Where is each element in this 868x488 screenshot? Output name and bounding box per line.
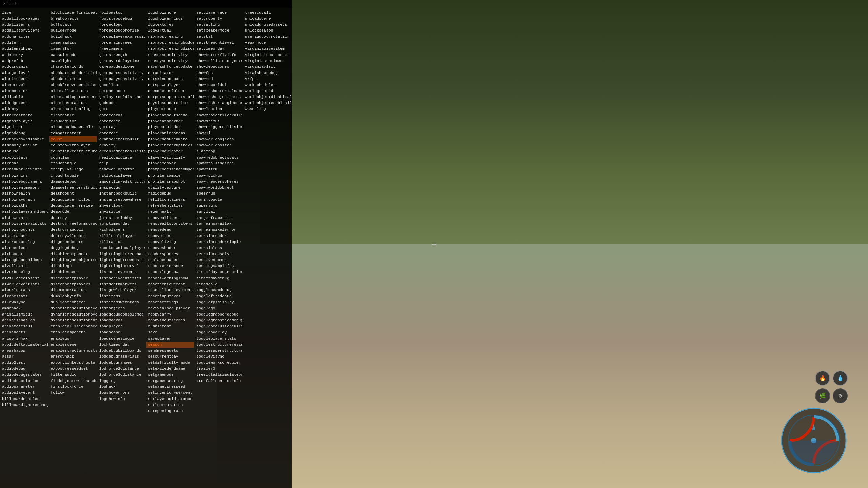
command-item[interactable]: forcecloudprofile xyxy=(98,27,145,34)
command-item[interactable]: audiodebug xyxy=(1,366,48,372)
command-item[interactable]: aishowthoughts xyxy=(1,227,48,233)
command-item[interactable]: followstop xyxy=(98,9,145,16)
command-item[interactable]: importlinkedstructuresfromfile xyxy=(98,179,145,185)
command-item[interactable]: terrainrendersimple xyxy=(195,239,242,245)
command-item[interactable]: robbyincutscenes xyxy=(146,317,194,323)
command-item[interactable]: buffstats xyxy=(49,22,96,28)
command-item[interactable]: terrainrender xyxy=(195,233,242,239)
command-item[interactable]: aiarmortier xyxy=(1,88,48,94)
command-item[interactable]: playerinterruptkeys xyxy=(146,142,194,148)
command-item[interactable]: cameraadiss xyxy=(49,40,96,46)
command-item[interactable]: forceraintrees xyxy=(98,40,145,46)
command-item[interactable]: terrainparallax xyxy=(195,221,242,227)
command-item[interactable]: mipmapstreamingbudget xyxy=(146,40,194,46)
command-item[interactable]: spawnitem xyxy=(195,166,242,172)
command-item[interactable]: enablestructurehosts xyxy=(49,348,96,354)
command-item[interactable]: aizonesleep xyxy=(1,245,48,251)
command-item[interactable]: aiforcestrafe xyxy=(1,112,48,118)
command-item[interactable]: gamepaddeadzone xyxy=(98,64,145,70)
command-item[interactable]: trailer3 xyxy=(195,366,242,372)
command-item[interactable]: hitlocalplayer xyxy=(98,172,145,179)
command-item[interactable]: enablecollisionbasedkillbox xyxy=(49,323,96,329)
command-item[interactable]: destroy xyxy=(49,215,96,221)
drop-icon[interactable]: 💧 xyxy=(833,371,848,386)
command-item[interactable]: grabseneratebuilt xyxy=(98,136,145,142)
command-item[interactable]: showmeshtrianglecounts xyxy=(195,100,242,106)
command-item[interactable]: logshowerrors xyxy=(98,390,145,396)
command-item[interactable]: goto xyxy=(98,106,145,112)
command-item[interactable]: instantbookbuild xyxy=(98,190,145,197)
command-item[interactable]: mouseysensitivity xyxy=(146,58,194,64)
command-item[interactable]: gameoverdelaytime xyxy=(98,58,145,64)
command-item[interactable]: showinworldui xyxy=(195,82,242,88)
command-item[interactable]: playdeathcutscene xyxy=(146,112,194,118)
command-item[interactable]: loddebugranges xyxy=(98,360,145,366)
command-item[interactable]: locktimeofday xyxy=(98,342,145,348)
command-item[interactable]: setcurrentday xyxy=(146,353,194,360)
command-item[interactable]: gamepadysensitivity xyxy=(98,76,145,82)
command-item[interactable]: aighostplayer xyxy=(1,118,48,124)
command-item[interactable]: superjump xyxy=(195,203,242,209)
command-item[interactable]: animallimitut xyxy=(1,311,48,318)
command-item[interactable]: addalllbookpages xyxy=(1,16,48,22)
command-item[interactable]: additemswhtag xyxy=(1,46,48,52)
command-item[interactable]: logging xyxy=(98,378,145,384)
command-item[interactable]: findobjectswithheader xyxy=(49,378,96,384)
command-item[interactable]: loghack xyxy=(98,384,145,390)
command-item[interactable]: togglefiredebug xyxy=(195,293,242,299)
command-item[interactable]: allowasync xyxy=(1,299,48,305)
command-item[interactable]: billboardenabled xyxy=(1,396,48,402)
command-item[interactable]: diagnrenderers xyxy=(49,239,96,245)
command-item[interactable]: setspeakermode xyxy=(195,27,242,34)
command-item[interactable]: listobjects xyxy=(98,305,145,311)
command-item[interactable]: exposurespeedset xyxy=(49,366,96,372)
command-item[interactable]: listgowlthplayer xyxy=(98,287,145,293)
command-item[interactable]: logvirtual xyxy=(146,27,194,34)
command-item[interactable]: demomode xyxy=(49,209,96,215)
command-item[interactable]: aignpdebug xyxy=(1,130,48,136)
command-item[interactable]: spawnrenderspheres xyxy=(195,179,242,185)
command-item[interactable]: buildermode xyxy=(49,27,96,34)
command-item[interactable]: aishowstats xyxy=(1,215,48,221)
command-item[interactable]: debugplayerhitlog xyxy=(49,197,96,203)
command-item[interactable]: applydeftaulmaterials xyxy=(1,342,48,348)
command-item[interactable]: sendmessageto xyxy=(146,348,194,354)
command-item[interactable]: worldgroupid xyxy=(244,88,291,94)
command-item[interactable]: setgamessetting xyxy=(146,378,194,384)
command-item[interactable]: invisible xyxy=(98,209,145,215)
command-item[interactable]: gotoforce xyxy=(98,118,145,124)
command-item[interactable]: togglegrabsfacedebug xyxy=(195,317,242,323)
command-item[interactable]: aithought xyxy=(1,251,48,257)
command-item[interactable]: showworldposfor xyxy=(195,142,242,148)
command-item[interactable]: aigoditor xyxy=(1,124,48,130)
command-item[interactable]: reportwarningsnow xyxy=(146,275,194,281)
command-item[interactable]: enablecomponent xyxy=(49,329,96,336)
command-item[interactable]: filteraudio xyxy=(49,372,96,378)
command-item[interactable]: aishowsurvivalstats xyxy=(1,221,48,227)
console-input[interactable] xyxy=(7,1,289,6)
command-item[interactable]: terrainless xyxy=(195,245,242,251)
command-item[interactable]: removeitem xyxy=(146,233,194,239)
command-item[interactable]: enablego xyxy=(49,336,96,342)
command-item[interactable]: listitemswithtags xyxy=(98,299,145,305)
command-item[interactable]: veganmode xyxy=(244,40,291,46)
command-item[interactable]: postprocessingcomponent xyxy=(146,166,194,172)
command-item[interactable]: gainstrength xyxy=(98,52,145,58)
command-item[interactable]: showworldobjects xyxy=(195,136,242,142)
command-item[interactable]: astar xyxy=(1,353,48,360)
command-item[interactable]: disablego xyxy=(49,263,96,269)
command-item[interactable]: aitoughnocooldown xyxy=(1,257,48,263)
command-item[interactable]: refreshentities xyxy=(146,203,194,209)
command-item[interactable]: settimeofday xyxy=(195,46,242,52)
command-item[interactable]: forcecloud xyxy=(98,22,145,28)
command-item[interactable]: countlag xyxy=(49,155,96,161)
command-item[interactable]: loadplayer xyxy=(98,323,145,329)
command-item[interactable]: aiangerlevel xyxy=(1,70,48,76)
command-item[interactable]: clearrnactionflag xyxy=(49,106,96,112)
command-item[interactable]: audio2test xyxy=(1,360,48,366)
command-item[interactable]: renderspheres xyxy=(146,251,194,257)
command-item[interactable]: aiamorevel xyxy=(1,82,48,88)
settings-icon[interactable]: ⚙ xyxy=(833,388,848,403)
command-item[interactable]: togglestructureresistancedebug xyxy=(195,342,242,348)
command-item[interactable]: instantrespawnhere xyxy=(98,197,145,203)
